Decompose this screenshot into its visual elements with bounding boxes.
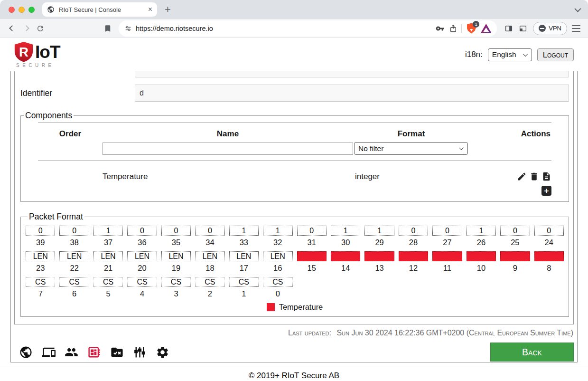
- bit-number: 30: [331, 237, 360, 248]
- bit-number: 5: [93, 288, 123, 299]
- format-filter-select[interactable]: No filter: [354, 142, 468, 155]
- packet-bit-cell: LEN: [93, 251, 123, 261]
- tab-search-chevron-icon[interactable]: [574, 6, 581, 12]
- packet-format-fieldset: Packet Format 00100011011001003938373635…: [20, 212, 569, 317]
- temperature-swatch: [267, 303, 275, 311]
- users-icon[interactable]: [65, 345, 78, 359]
- packet-bit-cell: 0: [432, 226, 462, 236]
- password-key-icon[interactable]: [436, 24, 444, 33]
- svg-text:R: R: [19, 45, 28, 59]
- devices-icon[interactable]: [42, 345, 56, 359]
- settings-gear-icon[interactable]: [156, 345, 169, 359]
- packet-bit-cell: 1: [331, 226, 360, 236]
- packet-data-cell: [534, 251, 564, 261]
- back-button[interactable]: [5, 21, 19, 36]
- bit-number: 34: [195, 237, 224, 248]
- packet-bit-cell: 1: [263, 226, 292, 236]
- packet-bit-cell: [432, 277, 462, 287]
- packet-bit-cell: [364, 277, 394, 287]
- close-window-button[interactable]: [9, 7, 15, 13]
- packet-bit-cell: 0: [399, 226, 428, 236]
- console-content: Identifier Components Order Name Format …: [10, 71, 578, 362]
- bit-number: 11: [432, 262, 462, 274]
- bit-number: 16: [263, 262, 292, 274]
- forward-button[interactable]: [19, 21, 33, 36]
- url-text[interactable]: https://demo.riotsecure.io: [136, 25, 213, 32]
- last-updated-label: Last updated:: [288, 329, 331, 337]
- edit-pencil-icon[interactable]: [517, 171, 527, 181]
- bookmark-icon[interactable]: [101, 21, 115, 36]
- logo-shield-icon: R: [13, 41, 34, 62]
- bit-number: [297, 288, 327, 299]
- bit-number: 23: [26, 262, 55, 274]
- browser-tab[interactable]: RIoT Secure | Console ×: [42, 2, 157, 17]
- partial-input-above[interactable]: [135, 71, 569, 77]
- brave-shield-icon[interactable]: 1: [466, 23, 477, 34]
- packet-grid: 0010001101100100393837363534333231302928…: [25, 226, 565, 299]
- col-format: Format: [353, 129, 469, 139]
- tab-close-icon[interactable]: ×: [148, 5, 152, 14]
- menu-button[interactable]: [572, 25, 580, 32]
- site-settings-icon[interactable]: [124, 25, 132, 32]
- bit-number: 3: [161, 288, 191, 299]
- share-icon[interactable]: [449, 24, 457, 33]
- components-fieldset: Components Order Name Format Actions No …: [20, 111, 569, 202]
- brave-rewards-icon[interactable]: [481, 24, 491, 33]
- bit-number: 10: [467, 262, 496, 274]
- bit-number: [534, 288, 564, 299]
- bit-number: 15: [297, 262, 327, 274]
- packet-bit-cell: LEN: [59, 251, 89, 261]
- language-value: English: [492, 50, 516, 59]
- globe-favicon-icon: [47, 6, 55, 13]
- logout-button[interactable]: Logout: [537, 48, 574, 61]
- bit-number: 7: [26, 288, 55, 299]
- sliders-icon[interactable]: [133, 345, 147, 359]
- packet-bit-cell: CS: [263, 277, 292, 287]
- identifier-input[interactable]: [135, 85, 569, 102]
- minimize-window-button[interactable]: [19, 7, 25, 13]
- name-filter-input[interactable]: [103, 143, 353, 155]
- document-icon[interactable]: [541, 171, 551, 181]
- bit-number: [399, 288, 428, 299]
- format-filter-value: No filter: [358, 144, 383, 153]
- maximize-window-button[interactable]: [28, 7, 35, 13]
- col-actions: Actions: [469, 129, 551, 139]
- bit-number: [500, 288, 530, 299]
- bit-number: 6: [59, 288, 89, 299]
- bit-number: [467, 288, 496, 299]
- component-actions: [469, 171, 551, 181]
- browser-window: RIoT Secure | Console × + https://demo.r…: [0, 0, 588, 38]
- developer-board-icon[interactable]: [87, 345, 101, 359]
- packet-data-cell: [364, 251, 394, 261]
- rules-folder-icon[interactable]: [110, 345, 124, 359]
- wallet-icon[interactable]: [516, 21, 530, 36]
- packet-bit-cell: [297, 277, 327, 287]
- shield-badge: 1: [473, 21, 479, 28]
- back-button-page[interactable]: Back: [490, 343, 574, 362]
- bit-number: 18: [195, 262, 224, 274]
- packet-data-cell: [467, 251, 496, 261]
- add-component-button[interactable]: +: [541, 186, 551, 196]
- identifier-row: Identifier: [20, 85, 569, 102]
- bit-number: [364, 288, 394, 299]
- packet-bit-cell: LEN: [26, 251, 55, 261]
- language-select[interactable]: English: [488, 48, 532, 61]
- device-form: Identifier Components Order Name Format …: [14, 71, 574, 324]
- globe-icon[interactable]: [19, 345, 33, 359]
- delete-trash-icon[interactable]: [529, 171, 539, 181]
- bottom-toolbar: Back: [19, 343, 574, 362]
- packet-format-legend: Packet Format: [28, 212, 84, 222]
- bit-number: 29: [364, 237, 394, 248]
- packet-bit-cell: [500, 277, 530, 287]
- packet-bit-cell: 0: [59, 226, 89, 236]
- tab-bar: RIoT Secure | Console × +: [0, 0, 588, 19]
- component-format: integer: [353, 172, 469, 181]
- new-tab-button[interactable]: +: [165, 4, 171, 15]
- bit-number: 0: [263, 288, 292, 299]
- packet-bit-cell: 0: [195, 226, 224, 236]
- url-bar[interactable]: https://demo.riotsecure.io 1: [119, 20, 497, 37]
- reload-button[interactable]: [33, 21, 47, 36]
- sidebar-toggle-icon[interactable]: [502, 21, 516, 36]
- vpn-button[interactable]: VPN: [533, 22, 567, 35]
- footer-divider: [0, 366, 588, 366]
